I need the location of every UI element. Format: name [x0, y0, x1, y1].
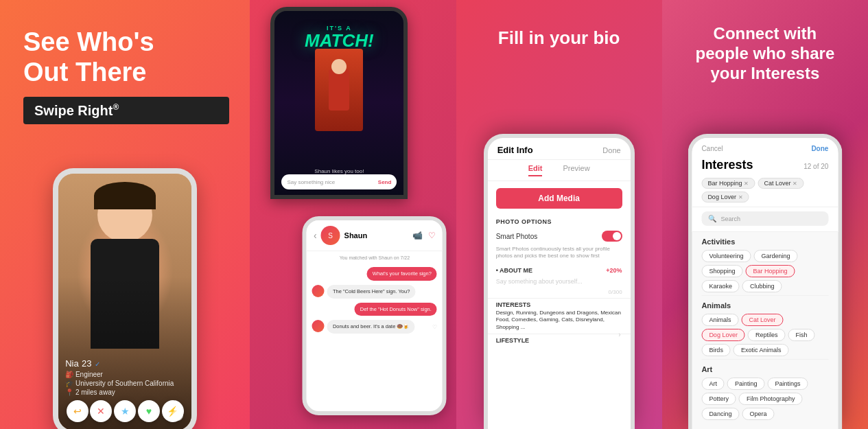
tag-pottery[interactable]: Pottery	[701, 393, 736, 405]
interests-categories: Activities Volunteering Gardening Shoppi…	[692, 232, 838, 423]
phone-match-screen: IT'S A MATCH! Shaun likes you too! Say s…	[270, 7, 408, 199]
match-message-input[interactable]: Say something nice Send	[281, 174, 397, 189]
panel-match: IT'S A MATCH! Shaun likes you too! Say s…	[250, 0, 456, 429]
tag-karaoke[interactable]: Karaoke	[701, 280, 740, 292]
selected-interests-tags: Bar Hopping ✕ Cat Lover ✕ Dog Lover ✕	[692, 174, 838, 207]
tag-birds[interactable]: Birds	[701, 344, 731, 356]
message-sent-1: What's your favorite sign?	[367, 267, 437, 281]
match-caption: Shaun likes you too!	[314, 168, 364, 174]
person-info: Nia 23 ✓ 🎒 Engineer 🎓 University of Sout…	[65, 357, 185, 396]
edit-done-button[interactable]: Done	[602, 146, 620, 154]
match-background: IT'S A MATCH! Shaun likes you too! Say s…	[274, 11, 403, 195]
video-icon[interactable]: 📹	[412, 231, 423, 240]
interests-search: 🔍 Search	[692, 207, 838, 232]
person-name: Nia 23 ✓	[65, 357, 185, 369]
tag-painting[interactable]: Painting	[727, 378, 765, 390]
remove-cat-lover-icon[interactable]: ✕	[793, 181, 797, 187]
tag-art[interactable]: Art	[701, 378, 725, 390]
tag-cat-lover-cat[interactable]: Cat Lover	[741, 314, 783, 326]
lifestyle-label: LIFESTYLE	[496, 337, 622, 344]
panel4-title-line1: Connect with	[714, 24, 817, 43]
interests-text: Design, Running, Dungeons and Dragons, M…	[496, 310, 622, 331]
search-placeholder: Search	[720, 216, 740, 222]
interests-title-row: Interests 12 of 20	[692, 155, 838, 174]
smart-photos-row: Smart Photos	[488, 227, 631, 246]
tag-opera[interactable]: Opera	[742, 408, 774, 420]
rewind-button[interactable]: ↩	[67, 400, 89, 422]
smart-photos-label: Smart Photos	[496, 233, 538, 240]
tab-preview[interactable]: Preview	[563, 164, 589, 176]
tag-bar-hopping-cat[interactable]: Bar Hopping	[745, 265, 795, 277]
panel-bio: Fill in your bio Edit Info Done Edit Pre…	[456, 0, 662, 429]
heart-icon[interactable]: ♡	[428, 231, 436, 240]
search-icon: 🔍	[708, 215, 716, 222]
person-job: 🎒 Engineer	[65, 371, 185, 378]
chat-matched-text: You matched with Shaun on 7/22	[307, 251, 443, 264]
back-button[interactable]: ‹	[314, 230, 317, 241]
match-input-placeholder: Say something nice	[287, 179, 377, 185]
tag-volunteering[interactable]: Volunteering	[701, 250, 751, 262]
smart-photos-toggle[interactable]	[602, 231, 622, 242]
smart-photos-description: Smart Photos continuously tests all your…	[488, 246, 631, 264]
message-recv-2-wrapper: Donuts and beer. It's a date 🍩🍺 ♡	[312, 320, 437, 334]
message-recv-1: The "Cold Beers Here" sign. You?	[327, 285, 415, 299]
search-box[interactable]: 🔍 Search	[701, 211, 828, 226]
category-art-title: Art	[701, 365, 828, 373]
match-send-button[interactable]: Send	[378, 179, 392, 185]
swipe-badge: Swipe Right®	[23, 97, 229, 124]
chat-person-name: Shaun	[344, 231, 368, 240]
tag-reptiles[interactable]: Reptiles	[748, 329, 786, 341]
remove-bar-hopping-icon[interactable]: ✕	[744, 181, 749, 187]
interests-header: Cancel Done	[692, 138, 838, 155]
chevron-right-icon: ›	[618, 331, 620, 338]
animals-tags: Animals Cat Lover Dog Lover Reptiles Fis…	[701, 314, 828, 356]
tag-animals[interactable]: Animals	[701, 314, 738, 326]
art-tags: Art Painting Paintings Pottery Film Phot…	[701, 378, 828, 420]
tag-bar-hopping[interactable]: Bar Hopping ✕	[701, 178, 755, 189]
like-button[interactable]: ♥	[138, 400, 160, 422]
about-count: 0/300	[488, 288, 631, 298]
panel4-title-line3: your Interests	[711, 64, 820, 82]
remove-dog-lover-icon[interactable]: ✕	[738, 194, 743, 200]
panel3-title: Fill in your bio	[484, 0, 634, 62]
panel4-title: Connect with people who share your Inter…	[682, 0, 849, 97]
tag-film-photography[interactable]: Film Photography	[739, 393, 803, 405]
phone-chat-screen: ‹ S Shaun 📹 ♡ You matched with Shaun on …	[303, 216, 447, 415]
tab-edit[interactable]: Edit	[528, 164, 543, 176]
lifestyle-section: LIFESTYLE	[488, 334, 631, 345]
interests-cancel[interactable]: Cancel	[701, 145, 723, 152]
category-activities: Activities Volunteering Gardening Shoppi…	[692, 232, 838, 295]
category-activities-title: Activities	[701, 237, 828, 246]
panel-interests: Connect with people who share your Inter…	[662, 0, 868, 429]
tag-shopping[interactable]: Shopping	[701, 265, 742, 277]
chat-avatar: S	[321, 226, 340, 245]
star-button[interactable]: ★	[114, 400, 136, 422]
chat-header: ‹ S Shaun 📹 ♡	[307, 220, 443, 251]
recv-avatar-2	[312, 320, 325, 332]
tag-dancing[interactable]: Dancing	[701, 408, 739, 420]
interests-done[interactable]: Done	[811, 145, 828, 152]
person-distance: 📍 2 miles away	[65, 389, 185, 396]
message-sent-2: Def the "Hot Donuts Now" sign.	[355, 303, 437, 316]
add-media-button[interactable]: Add Media	[496, 188, 622, 209]
tag-dog-lover[interactable]: Dog Lover ✕	[701, 192, 749, 202]
tag-fish[interactable]: Fish	[788, 329, 814, 341]
nope-button[interactable]: ✕	[90, 400, 112, 422]
tag-dog-lover-cat[interactable]: Dog Lover	[701, 329, 745, 341]
category-animals-title: Animals	[701, 301, 828, 310]
swipe-sup: ®	[113, 102, 119, 112]
about-placeholder[interactable]: Say something about yourself...	[488, 275, 631, 288]
headline-line1: See Who's	[23, 27, 154, 56]
tag-clubbing[interactable]: Clubbing	[742, 280, 782, 292]
interests-section-label: INTERESTS	[496, 301, 622, 308]
action-buttons: ↩ ✕ ★ ♥ ⚡	[58, 400, 191, 422]
edit-tabs: Edit Preview	[488, 160, 631, 181]
info-button[interactable]: ℹ	[172, 410, 183, 421]
tag-cat-lover[interactable]: Cat Lover ✕	[758, 178, 804, 189]
phone-edit-info: Edit Info Done Edit Preview Add Media PH…	[484, 134, 635, 429]
tag-exotic-animals[interactable]: Exotic Animals	[734, 344, 789, 356]
match-person-inner	[315, 49, 363, 131]
tag-gardening[interactable]: Gardening	[753, 250, 797, 262]
tag-paintings[interactable]: Paintings	[767, 378, 808, 390]
interests-section: INTERESTS Design, Running, Dungeons and …	[488, 298, 631, 332]
